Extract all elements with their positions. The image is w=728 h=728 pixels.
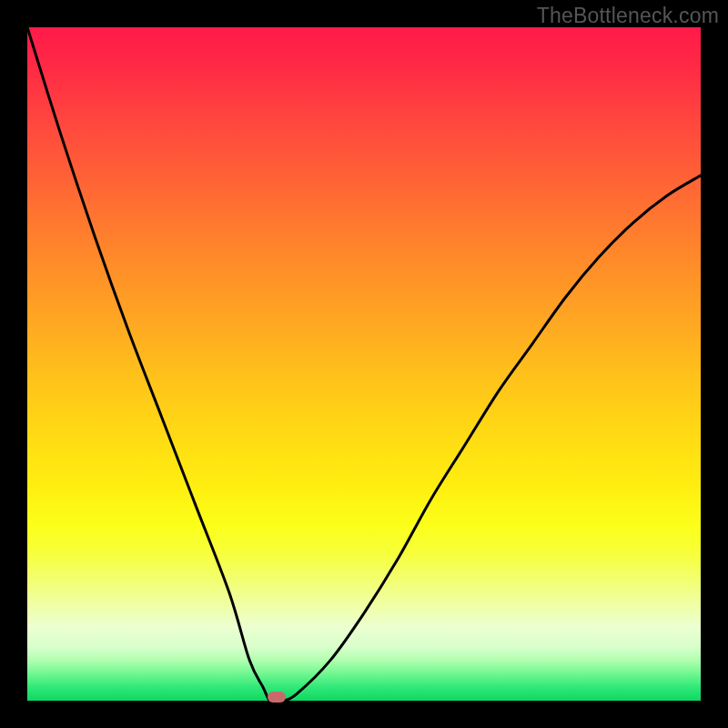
chart-frame: TheBottleneck.com bbox=[0, 0, 728, 728]
plot-area bbox=[27, 27, 701, 701]
optimal-point-marker bbox=[268, 692, 286, 703]
watermark-text: TheBottleneck.com bbox=[537, 4, 719, 28]
bottleneck-curve bbox=[27, 27, 701, 701]
